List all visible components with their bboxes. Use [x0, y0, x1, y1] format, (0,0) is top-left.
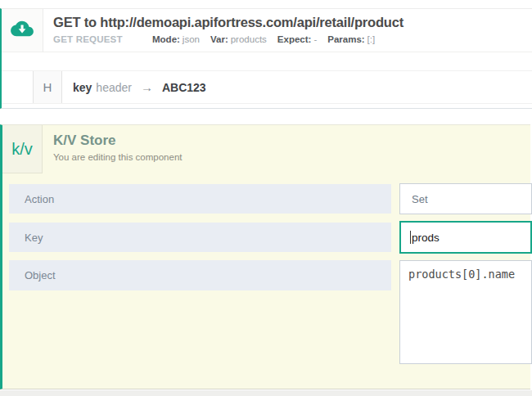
get-request-header[interactable]: GET to http://demoapi.apifortress.com/ap… [2, 9, 532, 52]
cloud-download-icon [11, 20, 34, 41]
header-key-name: key [73, 81, 92, 94]
meta-mode: Mode:json [152, 34, 200, 44]
get-request-subtitle: GET REQUEST [53, 34, 152, 44]
get-request-titles: GET to http://demoapi.apifortress.com/ap… [43, 9, 532, 52]
meta-expect: Expect:- [277, 34, 317, 44]
text-caret [410, 231, 411, 244]
action-label: Action [25, 193, 54, 205]
object-label: Object [25, 269, 56, 281]
component-icon-cell [2, 9, 43, 52]
action-label-band: Action [9, 184, 391, 214]
kv-badge: k/v [2, 125, 43, 173]
next-component-edge [0, 390, 532, 396]
action-selected-value: Set [412, 193, 428, 205]
arrow-right-icon: → [141, 80, 153, 94]
header-type-label: header [96, 81, 132, 94]
header-badge: H [33, 71, 62, 103]
request-header-row[interactable]: H key header → ABC123 [2, 70, 532, 104]
object-textarea[interactable]: products[0].name [399, 260, 532, 364]
key-label: Key [25, 232, 43, 244]
kv-store-title: K/V Store [53, 133, 183, 149]
key-label-band: Key [9, 223, 391, 252]
meta-params: Params:[:] [327, 34, 375, 44]
get-request-meta-row: GET REQUEST Mode:json Var:products Expec… [53, 34, 532, 44]
meta-var: Var:products [210, 34, 267, 44]
get-request-component: GET to http://demoapi.apifortress.com/ap… [0, 8, 532, 109]
key-input[interactable]: prods [399, 221, 532, 254]
kv-store-header[interactable]: k/v K/V Store You are editing this compo… [2, 125, 530, 173]
key-input-value: prods [412, 232, 440, 244]
kv-store-titles: K/V Store You are editing this component [43, 125, 183, 173]
action-field-row: Action Set [2, 183, 530, 214]
action-select[interactable]: Set [399, 183, 532, 214]
kv-store-component: k/v K/V Store You are editing this compo… [0, 124, 530, 389]
kv-store-form: Action Set Key prods Object products[0].… [2, 183, 530, 380]
kv-editing-note: You are editing this component [53, 152, 183, 162]
object-field-row: Object products[0].name [2, 260, 530, 364]
header-row-text: key header → ABC123 [73, 71, 206, 103]
get-request-title: GET to http://demoapi.apifortress.com/ap… [53, 15, 532, 30]
key-field-row: Key prods [2, 221, 530, 254]
header-value: ABC123 [162, 81, 206, 94]
object-label-band: Object [9, 260, 391, 290]
